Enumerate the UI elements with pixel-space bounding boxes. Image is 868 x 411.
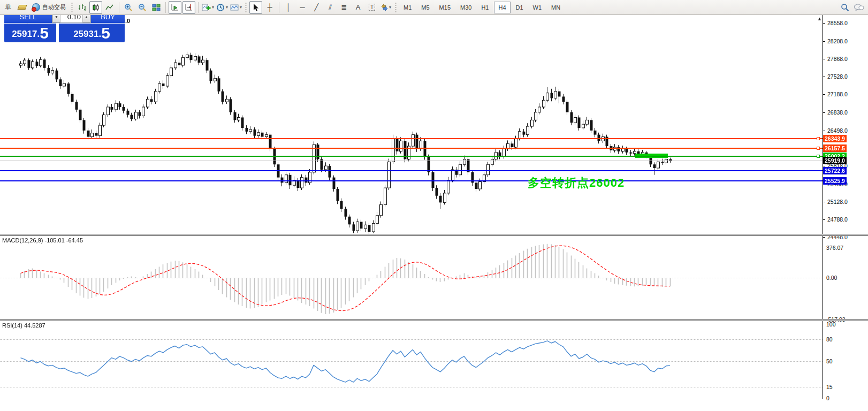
timeframe-button-m15[interactable]: M15: [435, 2, 455, 13]
chart-area: ▲ HK50-,H4 25891.0 25922.5 25838.5 25919…: [0, 15, 868, 411]
toolbar-grip: [394, 2, 397, 13]
bar-chart-icon: [78, 3, 86, 12]
templates-dropdown-arrow[interactable]: ▾: [240, 5, 242, 10]
one-click-trading-panel: SELL ▼ 0.10 ▲ BUY 25917.5 25931.5: [4, 10, 125, 42]
rsi-indicator-label: RSI(14) 44.5287: [2, 322, 45, 329]
macd-axis-label: 376.07: [826, 245, 843, 251]
equidistant-channel-icon: ⫽: [329, 3, 332, 12]
arrows-dropdown-arrow[interactable]: ▾: [389, 5, 391, 10]
horizontal-line-tool-button[interactable]: ─: [296, 1, 309, 14]
horizontal-line-object[interactable]: [0, 138, 823, 139]
price-axis-tick-label: 28558.0: [827, 20, 848, 26]
vertical-line-tool-button[interactable]: │: [282, 1, 295, 14]
horizontal-line-object[interactable]: [0, 148, 823, 149]
templates-button[interactable]: ▾: [230, 1, 242, 14]
sell-price-main: 25917: [12, 27, 37, 41]
timeframe-button-m5[interactable]: M5: [417, 2, 433, 13]
horizontal-line-object[interactable]: [0, 156, 823, 157]
periods-button[interactable]: ▾: [216, 1, 229, 14]
rsi-axis-label: 15: [826, 384, 833, 390]
rsi-panel-splitter[interactable]: [0, 319, 868, 321]
zoom-out-button[interactable]: [136, 1, 149, 14]
auto-scroll-button[interactable]: [169, 1, 181, 14]
gold-ingot-icon: [17, 5, 27, 10]
chat-bubble-icon: [854, 3, 864, 12]
autotrading-icon: [32, 3, 40, 11]
price-line-tag: 25722.6: [823, 167, 847, 174]
buy-price-pip: 5: [101, 25, 110, 41]
line-endpoint-handle[interactable]: [817, 155, 820, 158]
chart-shift-icon: [185, 3, 193, 12]
zoom-out-icon: [138, 3, 147, 12]
timeframe-button-w1[interactable]: W1: [529, 2, 546, 13]
timeframe-button-d1[interactable]: D1: [512, 2, 528, 13]
fibonacci-icon: ≣: [341, 3, 347, 11]
templates-icon: [230, 3, 239, 12]
trendline-icon: ╱: [314, 3, 318, 11]
horizontal-line-object[interactable]: [0, 170, 823, 171]
price-line-tag: 26157.5: [823, 144, 847, 152]
arrows-icon: [380, 4, 388, 11]
sell-price-display[interactable]: 25917.5: [4, 24, 56, 42]
timeframe-button-h4[interactable]: H4: [494, 2, 510, 13]
bar-chart-type-button[interactable]: [75, 1, 88, 14]
rsi-axis-label: 50: [826, 358, 833, 364]
chart-shift-button[interactable]: [182, 1, 195, 14]
price-chart-canvas[interactable]: [0, 15, 823, 411]
price-line-tag: 25525.9: [823, 177, 847, 185]
timeframe-button-mn[interactable]: MN: [547, 2, 565, 13]
price-axis-border: [823, 15, 823, 399]
price-axis-tick-label: 24788.0: [827, 216, 848, 223]
candlestick-chart-type-button[interactable]: [89, 1, 102, 14]
arrows-tool-button[interactable]: ▾: [379, 1, 392, 14]
horizontal-line-object[interactable]: [0, 180, 823, 181]
chat-button[interactable]: [852, 1, 865, 14]
autotrading-label: 自动交易: [42, 3, 66, 11]
timeframe-button-m30[interactable]: M30: [456, 2, 476, 13]
tile-windows-button[interactable]: [150, 1, 163, 14]
fibonacci-tool-button[interactable]: ≣: [338, 1, 351, 14]
toolbar-right-group: [838, 1, 866, 14]
line-endpoint-handle[interactable]: [817, 137, 820, 140]
price-line-tag: 25919.0: [823, 157, 847, 164]
text-label-tool-button[interactable]: T: [366, 1, 378, 14]
auto-scroll-icon: [171, 3, 179, 12]
price-axis-tick-label: 25128.0: [827, 199, 848, 205]
toolbar-grip: [71, 2, 73, 13]
axis-scroll-up-icon[interactable]: ▲: [817, 16, 822, 21]
timeframe-toolbar: M1M5M15M30H1H4D1W1MN: [399, 2, 565, 13]
autotrading-button[interactable]: 自动交易: [29, 1, 68, 14]
price-axis-tick-label: 27868.0: [827, 56, 848, 62]
cursor-tool-button[interactable]: [249, 1, 262, 14]
price-axis-tick-label: 27528.0: [827, 73, 848, 80]
indicators-button[interactable]: ▾: [201, 1, 215, 14]
timeframe-button-h1[interactable]: H1: [477, 2, 493, 13]
timeframe-button-m1[interactable]: M1: [399, 2, 416, 13]
gold-symbol-button[interactable]: [16, 1, 28, 14]
price-line-tag: 26343.9: [823, 135, 847, 142]
crosshair-tool-button[interactable]: ┼: [263, 1, 276, 14]
line-chart-type-button[interactable]: [103, 1, 116, 14]
horizontal-line-icon: ─: [300, 3, 304, 11]
zoom-in-button[interactable]: [122, 1, 135, 14]
channel-tool-button[interactable]: ⫽: [324, 1, 337, 14]
line-endpoint-handle[interactable]: [817, 147, 820, 150]
price-axis-tick-label: 27188.0: [827, 91, 848, 97]
periods-dropdown-arrow[interactable]: ▾: [226, 5, 228, 10]
rsi-axis-label: 100: [826, 321, 836, 328]
buy-price-display[interactable]: 25931.5: [59, 24, 125, 42]
zoom-in-icon: [124, 3, 133, 12]
search-button[interactable]: [839, 1, 851, 14]
current-price-line[interactable]: [0, 161, 823, 161]
text-tool-button[interactable]: A: [352, 1, 364, 14]
rsi-axis-label: 80: [826, 336, 833, 342]
buy-price-main: 25931: [73, 27, 98, 41]
toolbar-separator: [165, 2, 166, 13]
price-axis-tick-label: 26498.0: [827, 127, 848, 134]
trendline-tool-button[interactable]: ╱: [310, 1, 323, 14]
chart-annotation-text[interactable]: 多空转折点26002: [528, 175, 625, 191]
price-axis-tick-label: 26838.0: [827, 109, 848, 116]
indicators-dropdown-arrow[interactable]: ▾: [212, 5, 214, 10]
new-order-button-partial[interactable]: 单: [2, 1, 14, 14]
macd-panel-splitter[interactable]: [0, 234, 868, 236]
